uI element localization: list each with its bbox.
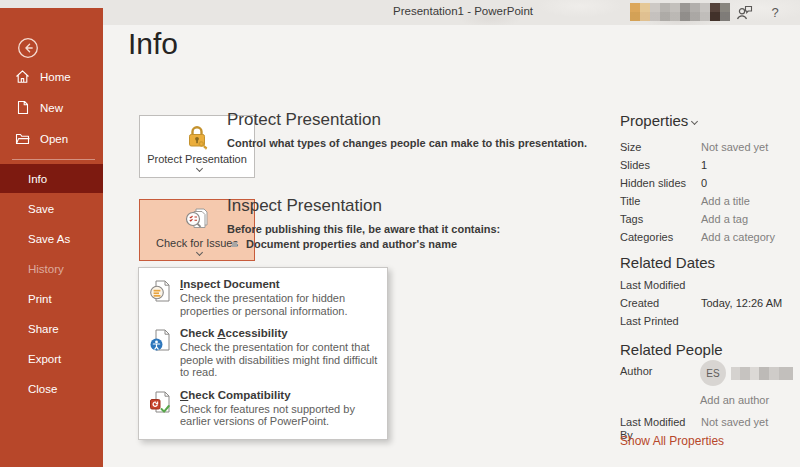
menu-item-description: Check the presentation for content that … (180, 341, 378, 379)
add-category-field[interactable]: Add a category (701, 231, 775, 244)
author-avatar[interactable]: ES (700, 360, 726, 386)
protect-description: Control what types of changes people can… (227, 137, 587, 149)
date-row-last-modified: Last Modified (620, 279, 795, 292)
property-row-tags: Tags Add a tag (620, 213, 795, 226)
sidebar-item-share[interactable]: Share (0, 314, 103, 343)
menu-item-text: Check Compatibility Check for features n… (180, 389, 378, 428)
property-row-title: Title Add a title (620, 195, 795, 208)
property-value: Not saved yet (701, 141, 768, 154)
inspect-bullet-text: Document properties and author's name (246, 238, 457, 250)
sidebar-item-save-as[interactable]: Save As (0, 224, 103, 253)
sidebar-item-label: Save As (28, 233, 70, 245)
related-people-heading: Related People (620, 341, 723, 358)
lock-icon (184, 123, 210, 150)
property-label: Created (620, 297, 701, 310)
new-document-icon (15, 100, 30, 115)
property-label: Last Modified (620, 279, 701, 292)
back-button[interactable] (17, 37, 39, 59)
add-author-field[interactable]: Add an author (700, 394, 769, 407)
property-label: Last Printed (620, 315, 701, 328)
property-label: Author (620, 365, 701, 378)
button-label: Protect Presentation (147, 153, 247, 166)
check-for-issues-menu: Inspect Document Check the presentation … (138, 267, 388, 440)
properties-heading-label: Properties (620, 112, 688, 129)
sidebar-item-label: Share (28, 323, 59, 335)
protect-heading: Protect Presentation (227, 110, 381, 130)
check-accessibility-icon (148, 327, 174, 379)
sidebar-item-close[interactable]: Close (0, 374, 103, 403)
sidebar-top-nav: Home New Open (0, 61, 103, 154)
chevron-down-icon (195, 164, 202, 171)
related-dates-heading: Related Dates (620, 254, 715, 271)
inspect-description: Before publishing this file, be aware th… (227, 223, 500, 235)
page-title: Info (128, 27, 178, 61)
sidebar-item-label: Home (40, 71, 71, 83)
date-row-last-printed: Last Printed (620, 315, 795, 328)
feedback-icon[interactable] (735, 4, 753, 21)
author-name-redacted (731, 367, 793, 380)
menu-item-description: Check the presentation for hidden proper… (180, 292, 378, 317)
sidebar-item-new[interactable]: New (0, 92, 103, 123)
property-label: Size (620, 141, 701, 154)
sidebar-item-label: New (40, 102, 63, 114)
add-title-field[interactable]: Add a title (701, 195, 750, 208)
property-label: Slides (620, 159, 701, 172)
sidebar-item-label: Save (28, 203, 54, 215)
sidebar-item-info[interactable]: Info (0, 164, 103, 193)
menu-item-title: Inspect Document (180, 278, 378, 291)
help-icon[interactable]: ? (766, 4, 784, 21)
property-row-categories: Categories Add a category (620, 231, 795, 244)
check-compatibility-icon (148, 389, 174, 428)
inspect-bullet-row: Document properties and author's name (232, 238, 457, 250)
inspect-document-icon (148, 278, 174, 317)
inspect-heading: Inspect Presentation (227, 196, 382, 216)
sidebar-item-label: Info (28, 173, 47, 185)
sidebar-item-label: Print (28, 293, 52, 305)
sidebar-item-save[interactable]: Save (0, 194, 103, 223)
window-title: Presentation1 - PowerPoint (393, 5, 533, 17)
property-row-hidden-slides: Hidden slides 0 (620, 177, 795, 190)
menu-item-title: Check Compatibility (180, 389, 378, 402)
sidebar-item-label: Open (40, 133, 68, 145)
show-all-properties-link[interactable]: Show All Properties (620, 434, 724, 448)
sidebar-item-label: Export (28, 353, 61, 365)
inspect-magnifier-icon (183, 206, 211, 234)
menu-item-check-accessibility[interactable]: Check Accessibility Check the presentati… (139, 322, 387, 384)
button-label: Check for Issues (156, 237, 238, 250)
property-label: Tags (620, 213, 701, 226)
add-tag-field[interactable]: Add a tag (701, 213, 748, 226)
sidebar-item-history: History (0, 254, 103, 283)
menu-item-title: Check Accessibility (180, 327, 378, 340)
property-label: Categories (620, 231, 701, 244)
bullet-icon (232, 242, 237, 247)
property-label: Hidden slides (620, 177, 701, 190)
sidebar-item-open[interactable]: Open (0, 123, 103, 154)
sidebar-item-export[interactable]: Export (0, 344, 103, 373)
sidebar-item-label: History (28, 263, 64, 275)
property-row-slides: Slides 1 (620, 159, 795, 172)
sidebar-menu: Info Save Save As History Print Share Ex… (0, 164, 103, 404)
account-name-redacted[interactable] (630, 3, 730, 21)
menu-item-text: Check Accessibility Check the presentati… (180, 327, 378, 379)
property-row-size: Size Not saved yet (620, 141, 795, 154)
property-value: 1 (701, 159, 707, 172)
menu-item-check-compatibility[interactable]: Check Compatibility Check for features n… (139, 384, 387, 433)
sidebar-divider (12, 159, 95, 160)
title-bar: Presentation1 - PowerPoint ? (0, 0, 800, 25)
date-row-created: Created Today, 12:26 AM (620, 297, 795, 310)
menu-item-inspect-document[interactable]: Inspect Document Check the presentation … (139, 273, 387, 322)
backstage-sidebar: Home New Open Info Save Save As History … (0, 8, 103, 467)
home-icon (15, 69, 30, 84)
open-folder-icon (15, 131, 30, 146)
add-author-row: Add an author (700, 394, 800, 407)
powerpoint-backstage-window: Presentation1 - PowerPoint ? Home (0, 0, 800, 467)
properties-heading[interactable]: Properties (620, 112, 697, 129)
chevron-down-icon (691, 118, 698, 125)
sidebar-item-label: Close (28, 383, 57, 395)
chevron-down-icon (195, 248, 202, 255)
menu-item-text: Inspect Document Check the presentation … (180, 278, 378, 317)
property-value: 0 (701, 177, 707, 190)
sidebar-item-print[interactable]: Print (0, 284, 103, 313)
sidebar-item-home[interactable]: Home (0, 61, 103, 92)
property-label: Title (620, 195, 701, 208)
